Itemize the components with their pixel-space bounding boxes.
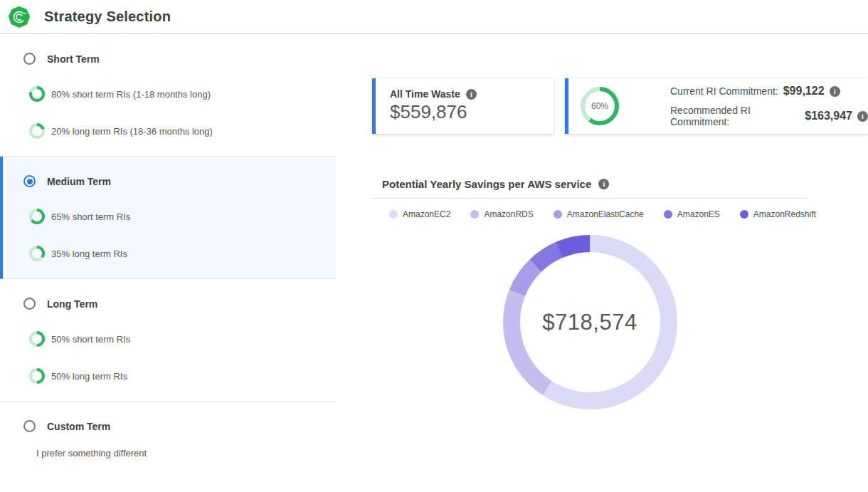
info-icon[interactable]: i: [830, 86, 840, 97]
allocation-label: 65% short term RIs: [51, 211, 130, 222]
donut-center-total: $718,574: [542, 310, 637, 335]
allocation-label: 35% long term RIs: [51, 248, 127, 259]
radio-button[interactable]: [23, 298, 36, 310]
radio-row: Medium Term: [23, 175, 336, 187]
right-column: All Time Waste i $559,876 60% Current RI…: [372, 34, 868, 409]
legend-label: AmazonES: [677, 209, 720, 219]
donut-center: $718,574: [520, 252, 660, 392]
radio-button[interactable]: [23, 420, 36, 432]
cloudcheckr-logo-icon: [9, 6, 30, 28]
legend-item[interactable]: AmazonEC2: [389, 209, 450, 219]
legend-dot-icon: [389, 210, 398, 219]
savings-chart-title: Potential Yearly Savings per AWS service: [382, 178, 591, 190]
commitment-ring-label: 60%: [585, 91, 615, 121]
legend-item[interactable]: AmazonRDS: [470, 209, 533, 219]
strategy-label: Medium Term: [47, 176, 111, 187]
radio-row: Long Term: [23, 298, 336, 310]
recommended-commitment-value: $163,947: [805, 110, 852, 122]
recommended-commitment-label: Recommended RI Commitment:: [670, 105, 800, 127]
allocation-ring-icon: [29, 331, 45, 347]
legend-dot-icon: [740, 210, 748, 219]
legend-label: AmazonElastiCache: [567, 209, 644, 219]
chart-legend: AmazonEC2AmazonRDSAmazonElastiCacheAmazo…: [372, 209, 808, 219]
ri-commitment-card: 60% Current RI Commitment: $99,122 i Rec…: [565, 78, 868, 134]
allocation-label: 20% long term RIs (18-36 months long): [51, 126, 213, 137]
all-time-waste-label: All Time Waste: [390, 88, 460, 100]
legend-item[interactable]: AmazonElastiCache: [554, 209, 644, 219]
allocation-item: 35% long term RIs: [29, 246, 336, 261]
radio-button[interactable]: [23, 175, 36, 187]
strategy-label: Long Term: [47, 298, 97, 310]
current-commitment-label: Current RI Commitment:: [670, 85, 778, 97]
strategy-option-long-term[interactable]: Long Term 50% short term RIs 50% long te…: [0, 279, 336, 402]
allocation-ring-icon: [29, 123, 45, 139]
strategy-option-medium-term[interactable]: Medium Term 65% short term RIs 35% long …: [0, 157, 336, 279]
commitment-progress-ring: 60%: [581, 87, 619, 125]
divider: [372, 198, 808, 199]
legend-item[interactable]: AmazonRedshift: [740, 209, 816, 219]
info-icon[interactable]: i: [598, 179, 609, 189]
allocation-item: 65% short term RIs: [29, 209, 336, 224]
legend-item[interactable]: AmazonES: [664, 209, 720, 219]
legend-label: AmazonRDS: [484, 209, 533, 219]
strategy-panel: Short Term 80% short term RIs (1-18 mont…: [0, 34, 336, 480]
current-commitment-value: $99,122: [783, 85, 825, 98]
page-title: Strategy Selection: [44, 9, 171, 25]
current-commitment-row: Current RI Commitment: $99,122 i: [670, 85, 868, 98]
recommended-commitment-row: Recommended RI Commitment: $163,947 i: [670, 105, 868, 127]
allocation-label: 50% long term RIs: [51, 371, 127, 382]
allocation-item: 50% long term RIs: [29, 368, 336, 384]
allocation-ring-icon: [29, 86, 45, 102]
all-time-waste-value: $559,876: [390, 101, 554, 123]
info-icon[interactable]: i: [466, 89, 477, 100]
info-icon[interactable]: i: [857, 111, 868, 122]
legend-dot-icon: [554, 210, 562, 219]
legend-dot-icon: [664, 210, 672, 219]
strategy-option-short-term[interactable]: Short Term 80% short term RIs (1-18 mont…: [0, 34, 336, 157]
allocation-item: 50% short term RIs: [29, 331, 336, 347]
allocation-ring-icon: [29, 368, 45, 384]
strategy-label: Custom Term: [47, 421, 110, 432]
legend-label: AmazonEC2: [403, 209, 450, 219]
strategy-option-custom-term[interactable]: Custom Term I prefer something different: [0, 402, 336, 480]
radio-row: Custom Term: [23, 420, 336, 432]
allocation-item: 20% long term RIs (18-36 months long): [29, 123, 336, 139]
radio-button[interactable]: [23, 53, 36, 65]
summary-cards-row: All Time Waste i $559,876 60% Current RI…: [372, 78, 868, 134]
legend-label: AmazonRedshift: [753, 209, 816, 219]
savings-chart-panel: Potential Yearly Savings per AWS service…: [372, 178, 808, 409]
radio-row: Short Term: [23, 53, 336, 65]
all-time-waste-card: All Time Waste i $559,876: [372, 78, 554, 134]
app-header: Strategy Selection: [0, 0, 868, 34]
allocation-ring-icon: [29, 246, 45, 261]
allocation-ring-icon: [29, 209, 45, 224]
legend-dot-icon: [470, 210, 479, 219]
custom-term-description: I prefer something different: [36, 448, 336, 459]
allocation-label: 80% short term RIs (1-18 months long): [51, 89, 211, 100]
savings-donut-chart[interactable]: $718,574: [503, 235, 677, 409]
allocation-label: 50% short term RIs: [51, 334, 130, 345]
strategy-label: Short Term: [47, 53, 100, 65]
main-content: Short Term 80% short term RIs (1-18 mont…: [0, 34, 868, 480]
allocation-item: 80% short term RIs (1-18 months long): [29, 86, 336, 102]
